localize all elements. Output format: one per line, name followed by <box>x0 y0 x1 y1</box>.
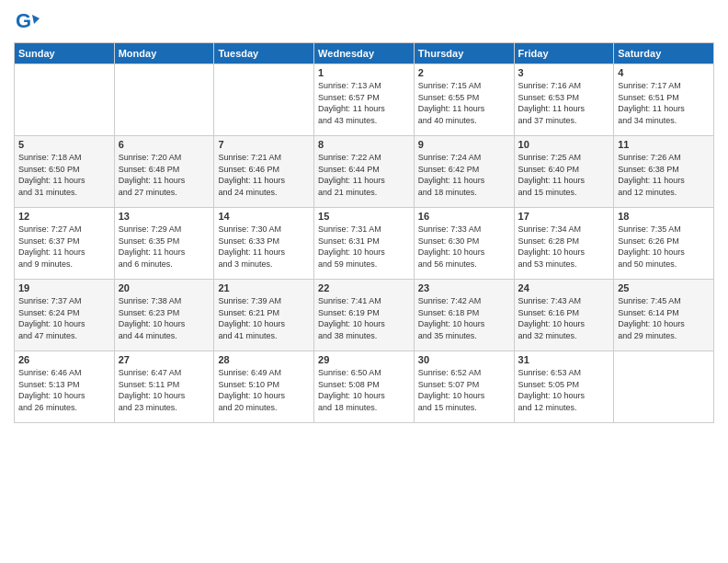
day-info: Sunrise: 7:18 AM Sunset: 6:50 PM Dayligh… <box>18 152 110 198</box>
day-cell: 8Sunrise: 7:22 AM Sunset: 6:44 PM Daylig… <box>314 136 415 208</box>
weekday-header-monday: Monday <box>114 43 214 64</box>
day-number: 2 <box>418 67 510 78</box>
day-info: Sunrise: 7:27 AM Sunset: 6:37 PM Dayligh… <box>18 224 110 270</box>
day-cell: 13Sunrise: 7:29 AM Sunset: 6:35 PM Dayli… <box>114 208 214 280</box>
day-number: 20 <box>119 282 210 293</box>
day-number: 18 <box>618 211 710 222</box>
day-cell: 17Sunrise: 7:34 AM Sunset: 6:28 PM Dayli… <box>514 208 614 280</box>
day-number: 30 <box>418 354 510 365</box>
day-cell: 30Sunrise: 6:52 AM Sunset: 5:07 PM Dayli… <box>414 351 514 423</box>
day-cell: 15Sunrise: 7:31 AM Sunset: 6:31 PM Dayli… <box>314 208 415 280</box>
day-cell: 28Sunrise: 6:49 AM Sunset: 5:10 PM Dayli… <box>214 351 314 423</box>
day-info: Sunrise: 7:20 AM Sunset: 6:48 PM Dayligh… <box>119 152 210 198</box>
day-info: Sunrise: 7:24 AM Sunset: 6:42 PM Dayligh… <box>418 152 510 198</box>
day-cell: 5Sunrise: 7:18 AM Sunset: 6:50 PM Daylig… <box>15 136 115 208</box>
day-number: 12 <box>18 211 110 222</box>
day-info: Sunrise: 7:33 AM Sunset: 6:30 PM Dayligh… <box>418 224 510 270</box>
day-info: Sunrise: 7:30 AM Sunset: 6:33 PM Dayligh… <box>218 224 310 270</box>
day-number: 7 <box>218 139 310 150</box>
day-number: 31 <box>518 354 610 365</box>
weekday-header-saturday: Saturday <box>614 43 714 64</box>
day-number: 23 <box>418 282 510 293</box>
day-cell: 19Sunrise: 7:37 AM Sunset: 6:24 PM Dayli… <box>15 280 115 351</box>
svg-marker-1 <box>32 15 40 24</box>
day-cell: 24Sunrise: 7:43 AM Sunset: 6:16 PM Dayli… <box>514 280 614 351</box>
day-info: Sunrise: 7:29 AM Sunset: 6:35 PM Dayligh… <box>119 224 210 270</box>
day-info: Sunrise: 7:22 AM Sunset: 6:44 PM Dayligh… <box>318 152 410 198</box>
day-cell: 7Sunrise: 7:21 AM Sunset: 6:46 PM Daylig… <box>214 136 314 208</box>
day-cell: 6Sunrise: 7:20 AM Sunset: 6:48 PM Daylig… <box>114 136 214 208</box>
day-info: Sunrise: 7:37 AM Sunset: 6:24 PM Dayligh… <box>18 295 110 341</box>
weekday-header-wednesday: Wednesday <box>314 43 415 64</box>
day-number: 26 <box>18 354 110 365</box>
day-cell: 20Sunrise: 7:38 AM Sunset: 6:23 PM Dayli… <box>114 280 214 351</box>
day-info: Sunrise: 7:41 AM Sunset: 6:19 PM Dayligh… <box>318 295 410 341</box>
day-info: Sunrise: 7:16 AM Sunset: 6:53 PM Dayligh… <box>518 80 610 126</box>
week-row-1: 1Sunrise: 7:13 AM Sunset: 6:57 PM Daylig… <box>15 64 714 136</box>
day-cell <box>114 64 214 136</box>
day-cell: 18Sunrise: 7:35 AM Sunset: 6:26 PM Dayli… <box>614 208 714 280</box>
page: G SundayMondayTuesdayWednesdayThursdayFr… <box>0 0 728 563</box>
day-cell: 4Sunrise: 7:17 AM Sunset: 6:51 PM Daylig… <box>614 64 714 136</box>
day-number: 28 <box>218 354 310 365</box>
header: G <box>14 9 714 35</box>
day-info: Sunrise: 7:31 AM Sunset: 6:31 PM Dayligh… <box>318 224 410 270</box>
day-info: Sunrise: 7:25 AM Sunset: 6:40 PM Dayligh… <box>518 152 610 198</box>
day-number: 8 <box>318 139 410 150</box>
day-number: 6 <box>119 139 210 150</box>
day-number: 1 <box>318 67 410 78</box>
day-number: 4 <box>618 67 710 78</box>
day-cell: 29Sunrise: 6:50 AM Sunset: 5:08 PM Dayli… <box>314 351 415 423</box>
day-number: 19 <box>18 282 110 293</box>
day-number: 11 <box>618 139 710 150</box>
weekday-header-thursday: Thursday <box>414 43 514 64</box>
day-cell: 23Sunrise: 7:42 AM Sunset: 6:18 PM Dayli… <box>414 280 514 351</box>
weekday-header-sunday: Sunday <box>15 43 115 64</box>
day-info: Sunrise: 7:45 AM Sunset: 6:14 PM Dayligh… <box>618 295 710 341</box>
day-info: Sunrise: 7:35 AM Sunset: 6:26 PM Dayligh… <box>618 224 710 270</box>
day-info: Sunrise: 6:46 AM Sunset: 5:13 PM Dayligh… <box>18 367 110 413</box>
day-info: Sunrise: 6:50 AM Sunset: 5:08 PM Dayligh… <box>318 367 410 413</box>
day-number: 15 <box>318 211 410 222</box>
day-cell: 16Sunrise: 7:33 AM Sunset: 6:30 PM Dayli… <box>414 208 514 280</box>
day-info: Sunrise: 7:15 AM Sunset: 6:55 PM Dayligh… <box>418 80 510 126</box>
week-row-2: 5Sunrise: 7:18 AM Sunset: 6:50 PM Daylig… <box>15 136 714 208</box>
day-number: 17 <box>518 211 610 222</box>
weekday-header-tuesday: Tuesday <box>214 43 314 64</box>
day-cell <box>214 64 314 136</box>
calendar-table: SundayMondayTuesdayWednesdayThursdayFrid… <box>14 42 714 423</box>
week-row-3: 12Sunrise: 7:27 AM Sunset: 6:37 PM Dayli… <box>15 208 714 280</box>
day-info: Sunrise: 6:52 AM Sunset: 5:07 PM Dayligh… <box>418 367 510 413</box>
week-row-4: 19Sunrise: 7:37 AM Sunset: 6:24 PM Dayli… <box>15 280 714 351</box>
day-cell: 3Sunrise: 7:16 AM Sunset: 6:53 PM Daylig… <box>514 64 614 136</box>
day-info: Sunrise: 7:43 AM Sunset: 6:16 PM Dayligh… <box>518 295 610 341</box>
day-cell: 22Sunrise: 7:41 AM Sunset: 6:19 PM Dayli… <box>314 280 415 351</box>
day-number: 10 <box>518 139 610 150</box>
day-info: Sunrise: 7:13 AM Sunset: 6:57 PM Dayligh… <box>318 80 410 126</box>
day-cell: 26Sunrise: 6:46 AM Sunset: 5:13 PM Dayli… <box>15 351 115 423</box>
day-info: Sunrise: 6:47 AM Sunset: 5:11 PM Dayligh… <box>119 367 210 413</box>
day-cell: 9Sunrise: 7:24 AM Sunset: 6:42 PM Daylig… <box>414 136 514 208</box>
day-number: 22 <box>318 282 410 293</box>
day-cell <box>15 64 115 136</box>
day-info: Sunrise: 7:34 AM Sunset: 6:28 PM Dayligh… <box>518 224 610 270</box>
day-cell: 31Sunrise: 6:53 AM Sunset: 5:05 PM Dayli… <box>514 351 614 423</box>
day-cell: 21Sunrise: 7:39 AM Sunset: 6:21 PM Dayli… <box>214 280 314 351</box>
day-cell <box>614 351 714 423</box>
logo-icon: G <box>14 9 40 35</box>
day-number: 5 <box>18 139 110 150</box>
day-number: 29 <box>318 354 410 365</box>
svg-text:G: G <box>16 9 31 32</box>
day-number: 3 <box>518 67 610 78</box>
day-number: 24 <box>518 282 610 293</box>
day-info: Sunrise: 7:26 AM Sunset: 6:38 PM Dayligh… <box>618 152 710 198</box>
weekday-header-row: SundayMondayTuesdayWednesdayThursdayFrid… <box>15 43 714 64</box>
day-number: 21 <box>218 282 310 293</box>
day-cell: 2Sunrise: 7:15 AM Sunset: 6:55 PM Daylig… <box>414 64 514 136</box>
day-cell: 27Sunrise: 6:47 AM Sunset: 5:11 PM Dayli… <box>114 351 214 423</box>
day-cell: 25Sunrise: 7:45 AM Sunset: 6:14 PM Dayli… <box>614 280 714 351</box>
day-info: Sunrise: 7:42 AM Sunset: 6:18 PM Dayligh… <box>418 295 510 341</box>
day-cell: 14Sunrise: 7:30 AM Sunset: 6:33 PM Dayli… <box>214 208 314 280</box>
day-info: Sunrise: 7:21 AM Sunset: 6:46 PM Dayligh… <box>218 152 310 198</box>
day-info: Sunrise: 7:17 AM Sunset: 6:51 PM Dayligh… <box>618 80 710 126</box>
